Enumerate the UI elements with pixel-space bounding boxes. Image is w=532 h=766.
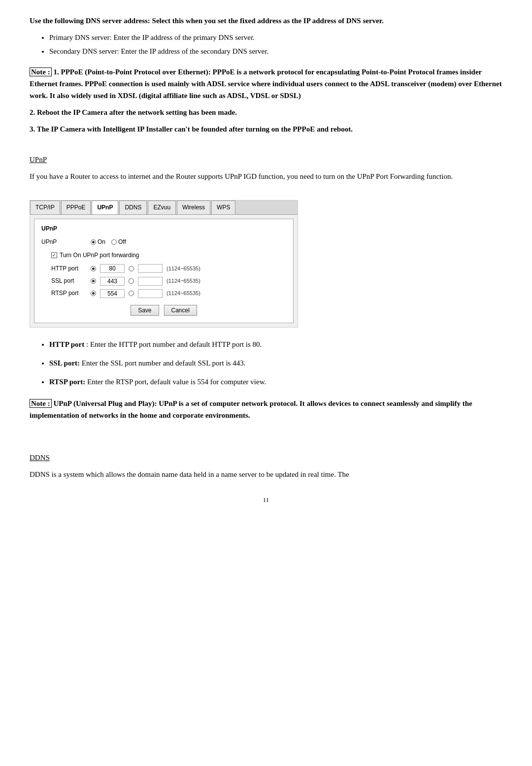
rtsp-port-custom-input[interactable] [138, 289, 163, 298]
upnp-bullets: HTTP port : Enter the HTTP port number a… [49, 338, 502, 388]
dns-bullet-1: Primary DNS server: Enter the IP address… [49, 32, 502, 43]
rtsp-port-bullet: RTSP port: Enter the RTSP port, default … [49, 376, 502, 388]
note1-label: Note : [30, 67, 52, 76]
tab-wps[interactable]: WPS [211, 200, 235, 214]
dns-intro-text: Use the following DNS server address: Se… [30, 15, 502, 27]
dns-bold-intro: Use the following DNS server address: Se… [30, 17, 384, 25]
upnp-off-option[interactable]: Off [111, 237, 126, 247]
ssl-port-radio-custom[interactable] [129, 278, 134, 284]
ssl-port-bullet: SSL port: Enter the SSL port number and … [49, 357, 502, 369]
upnp-off-label: Off [118, 237, 126, 247]
cancel-button[interactable]: Cancel [164, 305, 197, 316]
note1-text3: 3. The IP Camera with Intelligent IP Ins… [30, 123, 502, 135]
tab-ddns[interactable]: DDNS [119, 200, 147, 214]
http-port-radio-custom[interactable] [129, 266, 134, 271]
http-port-input[interactable] [100, 264, 125, 273]
http-port-rest: : Enter the HTTP port number and default… [86, 340, 262, 348]
upnp-heading: UPnP [30, 154, 502, 166]
note2-content: UPnP (Universal Plug and Play): UPnP is … [30, 400, 472, 419]
upnp-panel: UPnP UPnP On Off Turn On UPnP port forwa… [34, 219, 294, 323]
ssl-port-row: SSL port (1124~65535) [41, 276, 286, 286]
http-port-bullet: HTTP port : Enter the HTTP port number a… [49, 338, 502, 350]
rtsp-port-radio-selected[interactable] [91, 291, 96, 296]
tab-pppoe[interactable]: PPPoE [61, 200, 91, 214]
http-port-row: HTTP port (1124~65535) [41, 264, 286, 273]
ssl-port-radio-selected[interactable] [91, 278, 96, 284]
tab-wireless[interactable]: Wireless [177, 200, 210, 214]
page-number: 11 [30, 495, 502, 505]
panel-title: UPnP [41, 224, 286, 233]
rtsp-port-row: RTSP port (1124~65535) [41, 289, 286, 298]
upnp-on-radio[interactable] [91, 239, 96, 245]
upnp-ui-panel: TCP/IP PPPoE UPnP DDNS EZvuu Wireless WP… [30, 200, 298, 328]
ui-tabs-bar: TCP/IP PPPoE UPnP DDNS EZvuu Wireless WP… [30, 200, 298, 215]
http-port-bold: HTTP port [49, 340, 84, 348]
rtsp-port-radio-custom[interactable] [129, 291, 134, 296]
http-port-radio-selected[interactable] [91, 266, 96, 271]
ssl-port-rest: Enter the SSL port number and default SS… [82, 359, 246, 367]
note1-text1: Note : 1. PPPoE (Point-to-Point Protocol… [30, 66, 502, 101]
rtsp-port-bold: RTSP port: [49, 378, 85, 386]
upnp-radio-group: On Off [91, 237, 126, 247]
dns-bullet-list: Primary DNS server: Enter the IP address… [49, 32, 502, 57]
rtsp-port-range: (1124~65535) [166, 289, 200, 298]
tab-tcpip[interactable]: TCP/IP [30, 200, 60, 214]
upnp-onoff-row: UPnP On Off [41, 237, 286, 247]
upnp-on-option[interactable]: On [91, 237, 105, 247]
upnp-checkbox-label: Turn On UPnP port forwarding [60, 251, 139, 260]
ddns-heading: DDNS [30, 452, 502, 464]
note1-content1: 1. PPPoE (Point-to-Point Protocol over E… [30, 68, 502, 100]
ssl-port-custom-input[interactable] [138, 277, 163, 286]
dns-section: Use the following DNS server address: Se… [30, 15, 502, 57]
upnp-heading-block: UPnP If you have a Router to access to i… [30, 154, 502, 182]
http-port-range: (1124~65535) [166, 265, 200, 273]
ddns-intro: DDNS is a system which allows the domain… [30, 468, 502, 480]
upnp-on-label: On [98, 237, 105, 247]
dns-bullet-2: Secondary DNS server: Enter the IP addre… [49, 45, 502, 57]
upnp-port-forwarding-checkbox[interactable] [51, 252, 57, 258]
ssl-port-range: (1124~65535) [166, 277, 200, 286]
note2-text: Note : UPnP (Universal Plug and Play): U… [30, 398, 502, 421]
ssl-port-value-group: (1124~65535) [91, 277, 200, 286]
upnp-checkbox-row[interactable]: Turn On UPnP port forwarding [41, 251, 286, 260]
save-button[interactable]: Save [131, 305, 159, 316]
note1-text2: 2. Reboot the IP Camera after the networ… [30, 106, 502, 118]
upnp-off-radio[interactable] [111, 239, 117, 245]
rtsp-port-label: RTSP port [51, 289, 91, 298]
ssl-port-bold: SSL port: [49, 359, 80, 367]
rtsp-port-input[interactable] [100, 289, 125, 298]
ddns-section: DDNS DDNS is a system which allows the d… [30, 452, 502, 480]
rtsp-port-rest: Enter the RTSP port, default value is 55… [87, 378, 266, 386]
tab-upnp[interactable]: UPnP [92, 200, 118, 214]
ssl-port-label: SSL port [51, 276, 91, 286]
upnp-intro: If you have a Router to access to intern… [30, 170, 502, 182]
http-port-label: HTTP port [51, 264, 91, 273]
rtsp-port-value-group: (1124~65535) [91, 289, 200, 298]
ui-button-row: Save Cancel [41, 305, 286, 316]
http-port-custom-input[interactable] [138, 264, 163, 273]
note2-block: Note : UPnP (Universal Plug and Play): U… [30, 398, 502, 421]
upnp-row-label: UPnP [41, 237, 91, 247]
http-port-value-group: (1124~65535) [91, 264, 200, 273]
note2-label: Note : [30, 399, 52, 408]
ssl-port-input[interactable] [100, 277, 125, 286]
tab-ezvuu[interactable]: EZvuu [148, 200, 176, 214]
note1-block: Note : 1. PPPoE (Point-to-Point Protocol… [30, 66, 502, 135]
